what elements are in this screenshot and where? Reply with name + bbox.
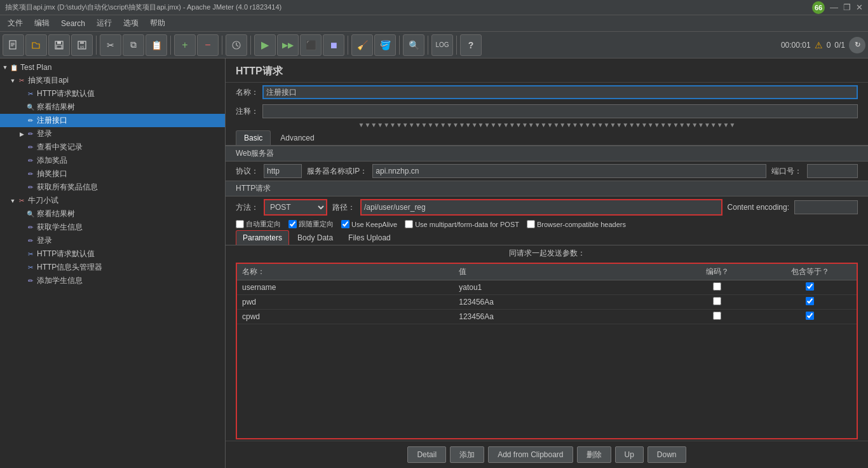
- menu-search[interactable]: Search: [56, 17, 90, 30]
- path-label: 路径：: [332, 202, 355, 213]
- col-value: 值: [454, 264, 670, 280]
- down-button[interactable]: Down: [648, 446, 686, 463]
- toolbar: AS ✂ ⧉ 📋 + − ▶ ▶▶ ⬛ ⏹ 🧹 🪣 🔍 LOG ? 00:00:…: [0, 32, 868, 59]
- cb-auto-redirect-input[interactable]: [236, 220, 244, 228]
- sub-tab-files-upload[interactable]: Files Upload: [341, 230, 398, 245]
- badge: 66: [812, 1, 825, 14]
- tree-item-login[interactable]: ▶ ✏ 登录: [0, 127, 225, 141]
- toggle-lottery-api[interactable]: ▼: [9, 78, 17, 84]
- table-row[interactable]: username yatou1: [237, 280, 857, 295]
- table-row[interactable]: pwd 123456Aa: [237, 295, 857, 310]
- toggle-button[interactable]: [226, 34, 247, 56]
- paste-button[interactable]: 📋: [146, 34, 167, 56]
- comment-input[interactable]: [262, 104, 858, 118]
- toggle-niudan[interactable]: ▼: [9, 198, 17, 204]
- tree-item-add-student[interactable]: ✏ 添加学生信息: [0, 274, 225, 287]
- tree-item-http-header[interactable]: ✂ HTTP信息头管理器: [0, 261, 225, 274]
- cb-follow-redirect-input[interactable]: [288, 220, 297, 228]
- tree-item-lottery-api[interactable]: ▼ ✂ 抽奖项目api: [0, 74, 225, 87]
- cb-keep-alive-input[interactable]: [341, 220, 349, 228]
- param-name-1: pwd: [237, 295, 454, 310]
- open-button[interactable]: [25, 34, 47, 56]
- main-tab-row: Basic Advanced: [226, 129, 868, 146]
- refresh-icon[interactable]: ↻: [849, 37, 865, 53]
- cb-keep-alive[interactable]: Use KeepAlive: [341, 220, 397, 228]
- tree-item-test-plan[interactable]: ▼ 📋 Test Plan: [0, 61, 225, 74]
- tree-item-lottery-api2[interactable]: ✏ 抽奖接口: [0, 167, 225, 181]
- param-name-2: cpwd: [237, 310, 454, 324]
- broom2-button[interactable]: 🪣: [374, 34, 396, 56]
- stop-button[interactable]: ⬛: [300, 34, 322, 56]
- params-table-body: username yatou1 pwd 123456Aa cpw: [237, 280, 857, 324]
- copy-button[interactable]: ⧉: [123, 34, 144, 56]
- expand-button[interactable]: +: [174, 34, 196, 56]
- save-button[interactable]: [48, 34, 70, 56]
- cut-button[interactable]: ✂: [100, 34, 121, 56]
- collapse-arrow[interactable]: ▼▼▼▼▼▼▼▼▼▼▼▼▼▼▼▼▼▼▼▼▼▼▼▼▼▼▼▼▼▼▼▼▼▼▼▼▼▼▼▼…: [226, 121, 868, 129]
- search-button[interactable]: 🔍: [403, 34, 424, 56]
- tree-item-view-results[interactable]: 🔍 察看结果树: [0, 100, 225, 114]
- new-button[interactable]: [3, 34, 24, 56]
- http-req-section-title: HTTP请求: [226, 181, 868, 196]
- icon-add-prize: ✏: [25, 156, 36, 166]
- tree-item-niudan[interactable]: ▼ ✂ 牛刀小试: [0, 194, 225, 207]
- method-select[interactable]: GET POST PUT DELETE HEAD OPTIONS PATCH: [264, 199, 327, 216]
- detail-button[interactable]: Detail: [407, 446, 446, 463]
- tree-item-lottery-records[interactable]: ✏ 查看中奖记录: [0, 141, 225, 154]
- label-http-header: HTTP信息头管理器: [37, 262, 102, 273]
- content-encoding-input[interactable]: [794, 200, 858, 214]
- cb-browser-headers-input[interactable]: [527, 220, 535, 228]
- tree-item-get-prizes[interactable]: ✏ 获取所有奖品信息: [0, 181, 225, 194]
- port-input[interactable]: [807, 164, 858, 178]
- saveas-button[interactable]: AS: [71, 34, 93, 56]
- menu-edit[interactable]: 编辑: [29, 16, 55, 31]
- tree-item-add-prize[interactable]: ✏ 添加奖品: [0, 154, 225, 167]
- add-from-clipboard-button[interactable]: Add from Clipboard: [488, 446, 573, 463]
- collapse-button[interactable]: −: [197, 34, 219, 56]
- start-button[interactable]: ▶: [254, 34, 276, 56]
- cb-follow-redirect[interactable]: 跟随重定向: [288, 219, 334, 229]
- menu-help[interactable]: 帮助: [145, 16, 170, 31]
- ratio-counter: 0/1: [834, 41, 845, 50]
- tree-item-view-results2[interactable]: 🔍 察看结果树: [0, 207, 225, 221]
- protocol-input[interactable]: [264, 164, 302, 178]
- tab-advanced[interactable]: Advanced: [272, 130, 322, 145]
- toggle-login[interactable]: ▶: [18, 131, 25, 137]
- params-table-container: 名称： 值 编码？ 包含等于？ username yatou1: [236, 263, 858, 439]
- add-button[interactable]: 添加: [450, 446, 484, 463]
- tree-item-get-students[interactable]: ✏ 获取学生信息: [0, 221, 225, 234]
- tree-item-register[interactable]: ✏ 注册接口: [0, 114, 225, 127]
- tree-item-login2[interactable]: ✏ 登录: [0, 234, 225, 247]
- path-input[interactable]: [360, 199, 722, 216]
- toggle-test-plan[interactable]: ▼: [1, 64, 9, 71]
- cb-browser-headers[interactable]: Browser-compatible headers: [527, 220, 626, 228]
- tree-item-http-default2[interactable]: ✂ HTTP请求默认值: [0, 247, 225, 261]
- start-no-pause-button[interactable]: ▶▶: [277, 34, 299, 56]
- name-input[interactable]: [262, 85, 858, 99]
- menu-options[interactable]: 选项: [118, 16, 144, 31]
- maximize-button[interactable]: ❐: [843, 3, 851, 12]
- icon-lottery-api: ✂: [17, 76, 27, 86]
- server-input[interactable]: [372, 164, 766, 178]
- log-button[interactable]: LOG: [431, 34, 453, 56]
- cb-multipart-input[interactable]: [405, 220, 413, 228]
- shutdown-button[interactable]: ⏹: [323, 34, 344, 56]
- minimize-button[interactable]: —: [830, 3, 838, 12]
- tab-basic[interactable]: Basic: [236, 130, 271, 145]
- menu-run[interactable]: 运行: [92, 16, 117, 31]
- close-button[interactable]: ✕: [856, 3, 863, 12]
- table-row[interactable]: cpwd 123456Aa: [237, 310, 857, 324]
- sub-tab-parameters[interactable]: Parameters: [236, 230, 289, 245]
- cb-multipart[interactable]: Use multipart/form-data for POST: [405, 220, 519, 228]
- toolbar-separator-8: [456, 36, 457, 55]
- delete-button[interactable]: 删除: [577, 446, 611, 463]
- up-button[interactable]: Up: [615, 446, 644, 463]
- tree-item-http-default[interactable]: ✂ HTTP请求默认值: [0, 87, 225, 100]
- menu-file[interactable]: 文件: [3, 16, 28, 31]
- broom-button[interactable]: 🧹: [351, 34, 373, 56]
- icon-login2: ✏: [25, 236, 36, 246]
- cb-auto-redirect[interactable]: 自动重定向: [236, 219, 281, 229]
- param-value-0: yatou1: [454, 280, 670, 295]
- sub-tab-body-data[interactable]: Body Data: [290, 230, 340, 245]
- help-button[interactable]: ?: [460, 34, 482, 56]
